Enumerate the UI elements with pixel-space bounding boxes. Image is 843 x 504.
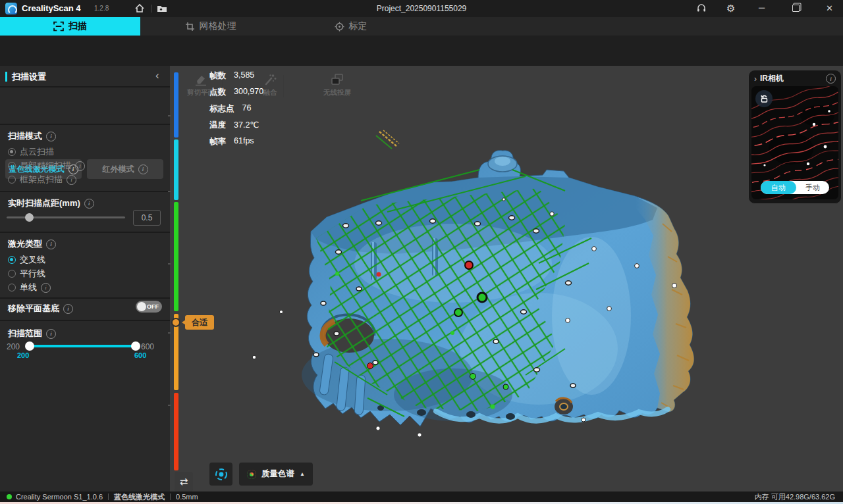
panel-title: 扫描设置	[12, 71, 46, 83]
remove-plane-title: 移除平面基底	[8, 303, 73, 315]
scan-mode-title: 扫描模式	[8, 130, 56, 142]
info-icon[interactable]	[84, 199, 94, 209]
radio-icon	[8, 270, 16, 278]
gauge-marker-label: 合适	[185, 315, 214, 330]
laser-type-title: 激光类型	[8, 238, 56, 250]
support-button[interactable]	[696, 3, 707, 14]
point-distance-value[interactable]: 0.5	[133, 210, 161, 226]
status-resolution: 0.5mm	[176, 493, 198, 501]
minimize-icon: ─	[759, 3, 765, 13]
status-divider	[108, 493, 109, 500]
scan-range-min: 200	[7, 342, 20, 351]
headset-icon	[696, 3, 707, 14]
tab-mesh-processing[interactable]: 网格处理	[140, 17, 281, 36]
gauge-marker-dot	[171, 318, 180, 327]
title-bar: CrealityScan 4 1.2.8 Project_20250901155…	[0, 0, 843, 17]
info-icon[interactable]	[46, 329, 56, 339]
info-icon[interactable]	[41, 283, 51, 293]
point-distance-title: 实时扫描点距(mm)	[8, 197, 94, 209]
point-distance-slider[interactable]	[7, 216, 125, 218]
scan-toolbar: 删除 暂停 完成 剪切平面 融合 无线投屏	[0, 36, 843, 66]
crosshair-target-icon	[214, 467, 229, 482]
status-bar: Creality Sermoon S1_1.0.6 蓝色线激光模式 0.5mm …	[0, 491, 843, 502]
gauge-segment-far	[174, 72, 178, 138]
infrared-mode-label: 红外模式	[103, 164, 134, 175]
radio-single-line[interactable]: 单线	[8, 282, 51, 293]
stat-points: 点数300,970	[209, 87, 263, 98]
toggle-state: OFF	[147, 303, 159, 310]
status-memory: 内存 可用42.98G/63.62G	[755, 492, 835, 502]
panel-collapse-button[interactable]: ‹	[155, 69, 159, 82]
flip-view-button[interactable]	[755, 90, 773, 107]
point-distance-slider-handle[interactable]	[25, 213, 34, 222]
tab-mesh-label: 网格处理	[200, 20, 236, 32]
radio-icon	[8, 162, 16, 170]
info-icon[interactable]	[63, 304, 73, 314]
minimize-button[interactable]: ─	[759, 3, 765, 13]
radio-icon	[8, 148, 16, 156]
crop-icon	[185, 22, 195, 32]
ir-auto-button[interactable]: 自动	[761, 181, 796, 194]
radio-icon	[8, 284, 16, 291]
collapse-icon: ‹	[155, 69, 159, 82]
toggle-knob	[137, 302, 146, 311]
scan-range-handle-low[interactable]	[25, 341, 34, 351]
radio-point-cloud-scan[interactable]: 点云扫描	[8, 146, 54, 158]
recenter-button[interactable]	[209, 463, 232, 486]
radio-frame-point-scan[interactable]: 框架点扫描	[8, 174, 76, 186]
scan-range-low-value: 200	[17, 351, 29, 359]
stat-markers: 标志点76	[209, 103, 263, 114]
restore-button[interactable]	[792, 5, 800, 12]
gauge-segment-near	[174, 393, 178, 470]
ir-camera-panel: › IR相机	[748, 70, 842, 204]
infrared-mode-button[interactable]: 红外模式	[87, 159, 163, 179]
scanned-model	[302, 151, 694, 426]
colormap-ring-icon	[247, 470, 256, 479]
stat-temperature: 温度37.2℃	[209, 120, 263, 131]
colormap-dropdown[interactable]: 质量色谱 ▲	[239, 463, 313, 486]
scan-range-title: 扫描范围	[8, 328, 56, 340]
flip-icon	[759, 94, 769, 104]
swap-view-button[interactable]: ⇄	[175, 472, 193, 491]
scan-range-slider[interactable]	[28, 345, 137, 347]
info-icon[interactable]	[138, 164, 148, 174]
ir-manual-button[interactable]: 手动	[796, 181, 829, 194]
device-connected-icon	[7, 494, 12, 499]
radio-parallel-line[interactable]: 平行线	[8, 268, 45, 280]
remove-plane-toggle[interactable]: OFF	[136, 301, 162, 313]
expand-icon[interactable]: ›	[754, 74, 757, 84]
radio-icon	[8, 256, 16, 264]
info-icon[interactable]	[67, 175, 76, 185]
gauge-segment	[174, 202, 178, 311]
info-icon[interactable]	[826, 74, 836, 84]
status-divider	[170, 493, 171, 500]
scan-frame-icon	[53, 21, 64, 32]
scan-settings-panel: 扫描设置 ‹ 蓝色线激光模式 红外模式 扫描模式 点云扫描 局部精细扫描 框架点…	[0, 66, 170, 491]
scan-range-max: 600	[141, 342, 154, 351]
colormap-label: 质量色谱	[261, 468, 294, 480]
close-button[interactable]: ✕	[826, 3, 833, 13]
gauge-segment	[174, 139, 178, 200]
scan-stats: 帧数3,585 点数300,970 标志点76 温度37.2℃ 帧率61fps	[209, 70, 263, 147]
scan-3d-viewport[interactable]	[170, 66, 843, 492]
info-icon[interactable]	[75, 161, 85, 171]
info-icon[interactable]	[46, 239, 56, 249]
radio-cross-line[interactable]: 交叉线	[8, 254, 45, 266]
tab-scan[interactable]: 扫描	[0, 17, 140, 36]
project-title: Project_20250901155029	[0, 4, 843, 13]
scan-range-high-value: 600	[134, 351, 146, 359]
tab-calibration[interactable]: 标定	[281, 17, 421, 36]
gear-icon: ⚙	[726, 3, 735, 14]
status-device: Creality Sermoon S1_1.0.6	[16, 493, 103, 501]
restore-icon	[792, 5, 800, 12]
swap-icon: ⇄	[180, 476, 188, 488]
ir-camera-preview: 自动 手动	[751, 86, 838, 199]
close-icon: ✕	[826, 3, 833, 13]
settings-button[interactable]: ⚙	[726, 3, 735, 14]
radio-local-fine-scan[interactable]: 局部精细扫描	[8, 160, 85, 172]
scan-range-handle-high[interactable]	[131, 341, 140, 351]
radio-icon	[8, 176, 16, 184]
status-mode: 蓝色线激光模式	[114, 492, 165, 502]
info-icon[interactable]	[46, 132, 56, 141]
main-tabs: 扫描 网格处理 标定	[0, 17, 843, 36]
